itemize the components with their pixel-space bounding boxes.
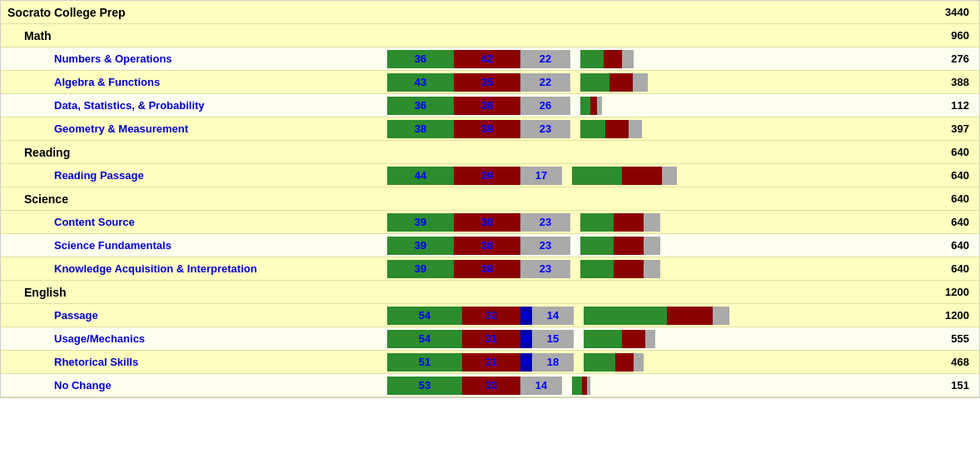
row-count: 640 bbox=[926, 169, 976, 182]
row-count: 1200 bbox=[926, 286, 976, 298]
mini-segment bbox=[622, 50, 634, 68]
bar-segment-red: 38 bbox=[454, 97, 520, 115]
bar-column: 5131018 bbox=[387, 353, 926, 372]
row-label: English bbox=[4, 286, 67, 299]
data-row: No Change533314151 bbox=[1, 374, 979, 397]
row-count: 640 bbox=[926, 216, 976, 228]
data-row: Science Fundamentals393823640 bbox=[1, 234, 979, 257]
bar-segment-gray: 26 bbox=[520, 97, 570, 115]
mini-segment bbox=[572, 167, 622, 185]
bar-segments: 443917 bbox=[387, 167, 562, 185]
row-count: 960 bbox=[926, 29, 976, 42]
mini-segment bbox=[605, 120, 629, 138]
bar-segment-green: 51 bbox=[387, 353, 462, 372]
main-table: Socrato College Prep3440Math960Numbers &… bbox=[0, 0, 980, 398]
mini-segment bbox=[580, 237, 614, 255]
row-label: Geometry & Measurement bbox=[4, 122, 188, 135]
data-row: Knowledge Acquisition & Interpretation39… bbox=[1, 257, 979, 281]
bar-column: 393823 bbox=[387, 260, 926, 278]
bar-segment-gray: 18 bbox=[532, 353, 574, 372]
row-label: No Change bbox=[4, 379, 112, 392]
mini-segment bbox=[587, 377, 590, 395]
mini-segment bbox=[604, 50, 622, 68]
bar-segment-blue: 0 bbox=[520, 353, 532, 372]
bar-segment-gray: 17 bbox=[520, 167, 562, 185]
bar-segment-green: 39 bbox=[387, 213, 454, 232]
bar-segment-red: 35 bbox=[454, 73, 520, 92]
bar-segments: 393823 bbox=[387, 213, 570, 232]
row-count: 3440 bbox=[926, 6, 976, 18]
row-label: Usage/Mechanics bbox=[4, 332, 145, 345]
bar-segment-gray: 22 bbox=[520, 73, 570, 92]
mini-segment bbox=[622, 330, 645, 348]
mini-segment bbox=[580, 50, 604, 68]
header-row: Reading640 bbox=[1, 141, 979, 164]
bar-column: 393823 bbox=[387, 237, 926, 255]
bar-segment-green: 44 bbox=[387, 167, 454, 185]
row-count: 640 bbox=[926, 146, 976, 158]
mini-segment bbox=[580, 213, 614, 232]
bar-segment-gray: 14 bbox=[532, 307, 574, 325]
header-row: English1200 bbox=[1, 281, 979, 304]
data-row: Rhetorical Skills5131018468 bbox=[1, 351, 979, 374]
bar-segment-red: 31 bbox=[462, 330, 520, 348]
row-label: Numbers & Operations bbox=[4, 52, 172, 65]
row-label: Math bbox=[4, 29, 52, 42]
row-count: 112 bbox=[926, 99, 976, 112]
bar-segments: 5131018 bbox=[387, 353, 574, 372]
mini-bar bbox=[580, 50, 634, 68]
mini-segment bbox=[645, 330, 655, 348]
bar-column: 443917 bbox=[387, 167, 926, 185]
bar-segment-green: 38 bbox=[387, 120, 454, 138]
bar-segment-green: 54 bbox=[387, 330, 462, 348]
bar-segment-green: 36 bbox=[387, 97, 454, 115]
mini-segment bbox=[609, 73, 633, 92]
mini-segment bbox=[615, 353, 634, 372]
bar-segment-red: 42 bbox=[454, 50, 520, 68]
bar-segment-red: 31 bbox=[462, 353, 520, 372]
bar-segments: 5431015 bbox=[387, 330, 574, 348]
bar-segment-gray: 23 bbox=[520, 237, 570, 255]
mini-segment bbox=[614, 260, 644, 278]
bar-segments: 363826 bbox=[387, 97, 570, 115]
row-count: 468 bbox=[926, 356, 976, 368]
data-row: Content Source393823640 bbox=[1, 211, 979, 234]
bar-segment-green: 43 bbox=[387, 73, 454, 92]
mini-segment bbox=[584, 307, 667, 325]
mini-bar bbox=[584, 353, 644, 372]
bar-segment-blue: 0 bbox=[520, 307, 532, 325]
row-count: 640 bbox=[926, 192, 976, 205]
mini-segment bbox=[634, 353, 644, 372]
bar-column: 5431015 bbox=[387, 330, 926, 348]
mini-segment bbox=[580, 260, 614, 278]
row-count: 397 bbox=[926, 122, 976, 135]
bar-segment-blue: 0 bbox=[520, 330, 532, 348]
row-label: Reading bbox=[4, 146, 70, 159]
bar-segment-green: 53 bbox=[387, 377, 462, 395]
bar-segments: 5432014 bbox=[387, 307, 574, 325]
bar-column: 383923 bbox=[387, 120, 926, 138]
mini-segment bbox=[580, 97, 590, 115]
mini-bar bbox=[584, 307, 729, 325]
bar-segment-gray: 23 bbox=[520, 120, 570, 138]
row-label: Rhetorical Skills bbox=[4, 356, 138, 368]
bar-segments: 433522 bbox=[387, 73, 570, 92]
mini-segment bbox=[629, 120, 642, 138]
bar-segment-red: 39 bbox=[454, 167, 520, 185]
bar-column: 533314 bbox=[387, 377, 926, 395]
mini-bar bbox=[580, 260, 660, 278]
bar-segment-green: 39 bbox=[387, 260, 454, 278]
bar-segments: 364222 bbox=[387, 50, 570, 68]
row-count: 640 bbox=[926, 262, 976, 275]
mini-segment bbox=[584, 353, 615, 372]
mini-segment bbox=[614, 213, 644, 232]
bar-segments: 383923 bbox=[387, 120, 570, 138]
row-label: Science Fundamentals bbox=[4, 239, 172, 252]
mini-segment bbox=[644, 213, 660, 232]
row-label: Data, Statistics, & Probability bbox=[4, 99, 205, 112]
bar-column: 5432014 bbox=[387, 307, 926, 325]
mini-segment bbox=[597, 97, 602, 115]
row-count: 276 bbox=[926, 52, 976, 65]
bar-segment-red: 38 bbox=[454, 237, 520, 255]
row-label: Passage bbox=[4, 309, 98, 322]
